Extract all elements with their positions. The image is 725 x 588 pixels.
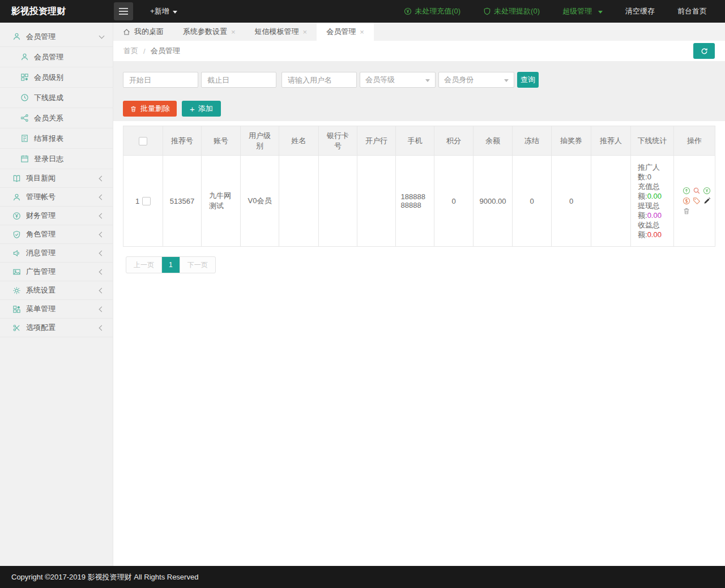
search-button[interactable]: 查询 [517, 72, 539, 88]
sidebar-item-role-management[interactable]: 角色管理 [0, 225, 113, 244]
front-home-link[interactable]: 前台首页 [677, 6, 707, 16]
user-icon [12, 32, 21, 41]
header-balance: 余额 [474, 126, 513, 156]
downline-recharge: 充值总额:0.00 [638, 182, 665, 201]
filter-section: 会员等级 会员身份 查询 批量删除 [113, 61, 725, 121]
trash-icon [130, 105, 137, 113]
sidebar-item-label: 广告管理 [26, 267, 100, 277]
action-row: 批量删除 + 添加 [123, 101, 715, 117]
sidebar-item-member-management[interactable]: 会员管理 [0, 47, 113, 67]
sidebar-item-menu-management[interactable]: 菜单管理 [0, 300, 113, 319]
sidebar-item-settlement-report[interactable]: 结算报表 [0, 128, 113, 149]
cell-frozen: 0 [513, 156, 552, 247]
cell-operations [674, 156, 715, 247]
downline-promoters: 推广人数:0 [638, 162, 665, 182]
next-page-button[interactable]: 下一页 [180, 257, 215, 273]
new-dropdown-label: +新增 [150, 6, 169, 16]
sidebar-item-downline-commission[interactable]: 下线提成 [0, 88, 113, 108]
breadcrumb-home-link[interactable]: 首页 [123, 46, 138, 56]
sidebar-item-finance-management[interactable]: 财务管理 [0, 207, 113, 225]
sidebar-item-message-management[interactable]: 消息管理 [0, 244, 113, 263]
admin-app: 影视投资理财 +新增 未处理充值(0) 未处理提款(0) 超级管理 清空缓存 [0, 0, 725, 588]
prev-page-button[interactable]: 上一页 [126, 257, 161, 273]
select-all-checkbox[interactable] [139, 137, 147, 145]
member-identity-select-value: 会员身份 [444, 75, 474, 85]
pending-withdraw-link[interactable]: 未处理提款(0) [483, 6, 540, 16]
sidebar-item-label: 财务管理 [26, 211, 100, 221]
end-date-input[interactable] [201, 72, 276, 88]
sidebar-toggle-button[interactable] [114, 2, 133, 20]
header-name: 姓名 [279, 126, 319, 156]
close-icon[interactable]: × [231, 28, 236, 36]
header-operations: 操作 [674, 126, 715, 156]
pending-recharge-link[interactable]: 未处理充值(0) [404, 6, 460, 16]
sidebar-item-admin-accounts[interactable]: 管理帐号 [0, 188, 113, 207]
sidebar-item-label: 菜单管理 [26, 304, 100, 314]
cell-points: 0 [434, 156, 474, 247]
sidebar: 会员管理 会员管理 会员级别 下线提成 会员关系 结算报表 [0, 23, 113, 566]
edit-button[interactable] [703, 197, 711, 205]
sidebar-item-member-relations[interactable]: 会员关系 [0, 108, 113, 128]
tag-icon [693, 197, 701, 205]
arrow-up-circle-icon [683, 187, 690, 195]
deduct-button[interactable] [683, 197, 690, 205]
current-page-button[interactable]: 1 [161, 257, 180, 273]
start-date-input[interactable] [123, 72, 198, 88]
scissors-icon [12, 324, 21, 332]
downline-income: 收益总额:0.00 [638, 220, 665, 239]
sidebar-item-label: 系统设置 [26, 285, 100, 295]
add-button[interactable]: + 添加 [182, 101, 221, 117]
tag-button[interactable] [693, 197, 701, 205]
tab-member-management[interactable]: 会员管理 × [317, 23, 374, 41]
sidebar-item-label: 选项配置 [26, 323, 100, 333]
header-downline-stats: 下线统计 [631, 126, 674, 156]
page-content: 会员等级 会员身份 查询 批量删除 [113, 61, 725, 566]
chevron-left-icon [99, 269, 105, 274]
pending-withdraw-label: 未处理提款(0) [494, 6, 540, 16]
sidebar-item-project-news[interactable]: 项目新闻 [0, 169, 113, 188]
front-home-label: 前台首页 [677, 6, 707, 16]
pending-recharge-label: 未处理充值(0) [415, 6, 460, 16]
pagination: 上一页 1 下一页 [126, 256, 216, 273]
chevron-down-icon [598, 11, 603, 14]
header-referral-no: 推荐号 [163, 126, 202, 156]
gear-icon [12, 286, 21, 295]
app-logo: 影视投资理财 [0, 6, 113, 18]
sidebar-item-member-level[interactable]: 会员级别 [0, 67, 113, 88]
tab-label: 会员管理 [326, 27, 356, 37]
tab-label: 系统参数设置 [183, 27, 227, 37]
close-icon[interactable]: × [360, 28, 364, 36]
view-button[interactable] [693, 187, 701, 195]
close-icon[interactable]: × [303, 28, 308, 36]
grid-icon [12, 305, 21, 314]
recharge-button[interactable] [703, 187, 711, 195]
delete-button[interactable] [683, 207, 690, 215]
sidebar-item-label: 下线提成 [34, 93, 104, 103]
username-input[interactable] [282, 72, 357, 88]
refresh-button[interactable] [693, 43, 715, 59]
admin-menu-dropdown[interactable]: 超级管理 [562, 6, 603, 16]
clear-cache-link[interactable]: 清空缓存 [625, 6, 655, 16]
tab-my-desktop[interactable]: 我的桌面 [113, 23, 173, 41]
row-checkbox[interactable] [142, 197, 151, 205]
upgrade-button[interactable] [683, 187, 690, 195]
sidebar-item-label: 消息管理 [26, 248, 100, 258]
member-identity-select[interactable]: 会员身份 [438, 72, 514, 88]
dollar-circle-icon [683, 197, 690, 205]
batch-delete-button[interactable]: 批量删除 [123, 101, 177, 117]
breadcrumb: 首页 / 会员管理 [113, 41, 725, 61]
tab-system-params[interactable]: 系统参数设置 × [173, 23, 245, 41]
sidebar-item-option-config[interactable]: 选项配置 [0, 319, 113, 337]
image-icon [12, 268, 21, 276]
sidebar-item-ad-management[interactable]: 广告管理 [0, 263, 113, 281]
new-dropdown[interactable]: +新增 [150, 6, 177, 16]
calendar-icon [20, 154, 29, 163]
sidebar-item-member-management-group[interactable]: 会员管理 [0, 27, 113, 47]
sidebar-item-system-settings[interactable]: 系统设置 [0, 281, 113, 300]
cell-downline-stats: 推广人数:0 充值总额:0.00 提现总额:0.00 收益总额:0.00 [631, 156, 674, 247]
sidebar-item-login-log[interactable]: 登录日志 [0, 149, 113, 169]
home-icon [123, 28, 130, 36]
member-level-select[interactable]: 会员等级 [360, 72, 436, 88]
tab-sms-template[interactable]: 短信模板管理 × [245, 23, 317, 41]
speaker-icon [12, 249, 21, 257]
